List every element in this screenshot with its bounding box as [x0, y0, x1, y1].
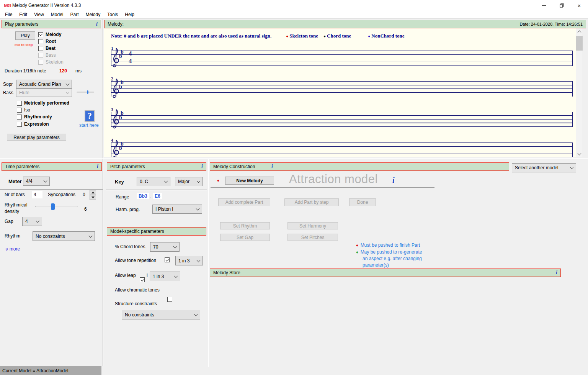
tone-repetition-select[interactable]: 1 in 3 — [175, 256, 203, 265]
gap-select[interactable]: 4 — [22, 217, 42, 226]
model-name-title: Attraction model — [289, 172, 378, 186]
melody-construction-info-icon[interactable]: i — [271, 164, 273, 169]
rhythmical-density-slider-thumb[interactable] — [51, 203, 55, 210]
bass-instrument-value: Flute — [19, 90, 29, 95]
set-rhythm-button[interactable]: Set Rhythm — [220, 222, 270, 229]
help-question-icon[interactable]: ? — [85, 110, 95, 122]
set-harmony-button[interactable]: Set Harmony — [287, 222, 338, 229]
syncopations-spin-up[interactable] — [90, 190, 96, 195]
menu-help[interactable]: Help — [121, 12, 138, 17]
mode-select[interactable]: Major — [175, 177, 203, 186]
legend-may-text-line3: parameter(s) — [363, 262, 389, 268]
close-button[interactable]: × — [570, 0, 588, 11]
key-value: 0. C — [140, 179, 148, 184]
melody-checkbox[interactable] — [38, 32, 43, 37]
staff-lines — [111, 81, 573, 97]
soprano-instrument-select[interactable]: Acoustic Grand Pian — [16, 80, 72, 88]
range-high-value[interactable]: E6 — [153, 193, 162, 199]
menu-model[interactable]: Model — [47, 12, 67, 17]
score-scrollbar[interactable] — [576, 28, 582, 157]
metrically-performed-option[interactable]: Metrically performed — [17, 100, 69, 106]
chevron-down-icon — [174, 274, 178, 278]
time-parameters-info-icon[interactable]: i — [97, 164, 98, 169]
play-button[interactable]: Play — [15, 31, 35, 40]
volume-slider-thumb[interactable] — [87, 90, 88, 94]
new-melody-button[interactable]: New Melody — [225, 177, 274, 185]
legend-red-diamond-icon: ♦ — [356, 243, 358, 247]
melody-datetime: Date: 24-01-2020. Time: 14:26:51 — [520, 22, 583, 26]
status-text: Current Model = AttractionModel — [2, 368, 68, 373]
scrollbar-up-button[interactable] — [576, 28, 583, 35]
soprano-instrument-value: Acoustic Grand Pian — [19, 82, 61, 87]
allow-leap-value: 1 in 3 — [153, 274, 164, 279]
more-link[interactable]: » more — [6, 246, 20, 252]
duration-label: Duration 1/16th note — [5, 68, 46, 74]
melody-store-info-icon[interactable]: i — [556, 270, 557, 275]
reset-play-parameters-button[interactable]: Reset play parameters — [7, 134, 66, 141]
structure-constraints-value: No constraints — [125, 312, 154, 318]
chord-tones-select[interactable]: 70 — [150, 242, 180, 252]
set-pitches-button[interactable]: Set Pitches — [287, 234, 338, 241]
staff-lines — [111, 112, 573, 127]
beat-checkbox[interactable] — [38, 46, 43, 51]
volume-slider[interactable] — [77, 92, 94, 93]
iso-checkbox[interactable] — [17, 108, 22, 113]
tone-repetition-checkbox[interactable] — [165, 257, 170, 262]
iso-option[interactable]: Iso — [17, 107, 30, 113]
harm-prog-select[interactable]: I Piston I — [152, 205, 202, 214]
pitch-parameters-info-icon[interactable]: i — [201, 164, 203, 169]
scrollbar-down-button[interactable] — [576, 151, 583, 157]
chromatic-tones-checkbox[interactable] — [167, 297, 172, 302]
rhythmical-density-label-1: Rhythmical — [5, 202, 27, 208]
syncopations-spin-down[interactable] — [90, 195, 96, 200]
structure-constraints-select[interactable]: No constraints — [122, 310, 200, 319]
rhythmical-density-slider[interactable] — [35, 206, 78, 207]
voice-checkbox-skeleton: Skeleton — [38, 59, 64, 65]
rhythm-only-option[interactable]: Rhythm only — [17, 114, 52, 120]
rhythmical-density-label-2: density — [5, 209, 19, 214]
legend-may-row: ♦ May be pushed to re-generate — [356, 249, 422, 255]
menu-part[interactable]: Part — [67, 12, 82, 17]
allow-leap-checkbox[interactable] — [140, 277, 145, 282]
set-gap-button[interactable]: Set Gap — [220, 234, 270, 241]
allow-leap-select[interactable]: 1 in 3 — [150, 272, 180, 281]
voice-checkbox-root[interactable]: Root — [38, 39, 56, 44]
legend-skeleton-tone: ●Skeleton tone — [286, 33, 318, 39]
add-part-by-step-button[interactable]: Add Part by step — [284, 198, 339, 206]
bass-instrument-select: Flute — [16, 88, 72, 97]
rhythm-only-checkbox[interactable] — [17, 115, 22, 120]
menu-tools[interactable]: Tools — [104, 12, 121, 17]
model-info-icon[interactable]: i — [392, 176, 395, 184]
pitch-parameters-title: Pitch parameters — [110, 164, 145, 169]
meter-select[interactable]: 4/4 — [23, 177, 50, 186]
iso-label: Iso — [24, 107, 30, 113]
range-dash: - — [150, 194, 151, 200]
model-selector[interactable]: Select another model — [512, 163, 576, 172]
expression-option[interactable]: Expression — [17, 121, 49, 127]
voice-checkbox-beat[interactable]: Beat — [38, 46, 56, 51]
range-low-value[interactable]: Bb3 — [137, 193, 149, 199]
nr-of-bars-input[interactable]: 4 — [32, 191, 42, 198]
structure-constraints-label: Structure constraints — [115, 301, 157, 306]
minimize-button[interactable] — [535, 0, 553, 11]
restore-button[interactable] — [553, 0, 570, 11]
metrically-performed-checkbox[interactable] — [17, 101, 22, 106]
rhythm-select[interactable]: No constraints — [33, 231, 95, 241]
expression-checkbox[interactable] — [17, 122, 22, 127]
time-parameters-title: Time parameters — [5, 164, 39, 169]
add-complete-part-button[interactable]: Add complete Part — [218, 198, 270, 206]
meter-value: 4/4 — [26, 178, 33, 184]
root-checkbox[interactable] — [38, 39, 43, 44]
done-button[interactable]: Done — [349, 198, 376, 206]
play-parameters-info-icon[interactable]: i — [96, 21, 98, 27]
menu-view[interactable]: View — [31, 12, 47, 17]
scrollbar-thumb[interactable] — [576, 36, 583, 51]
menu-file[interactable]: File — [2, 12, 16, 17]
chevron-down-icon — [197, 258, 201, 262]
voice-checkbox-melody[interactable]: Melody — [38, 32, 61, 37]
key-select[interactable]: 0. C — [137, 177, 170, 186]
root-checkbox-label: Root — [46, 39, 56, 44]
menu-edit[interactable]: Edit — [16, 12, 31, 17]
minimize-icon — [542, 5, 546, 6]
menu-melody[interactable]: Melody — [82, 12, 104, 17]
